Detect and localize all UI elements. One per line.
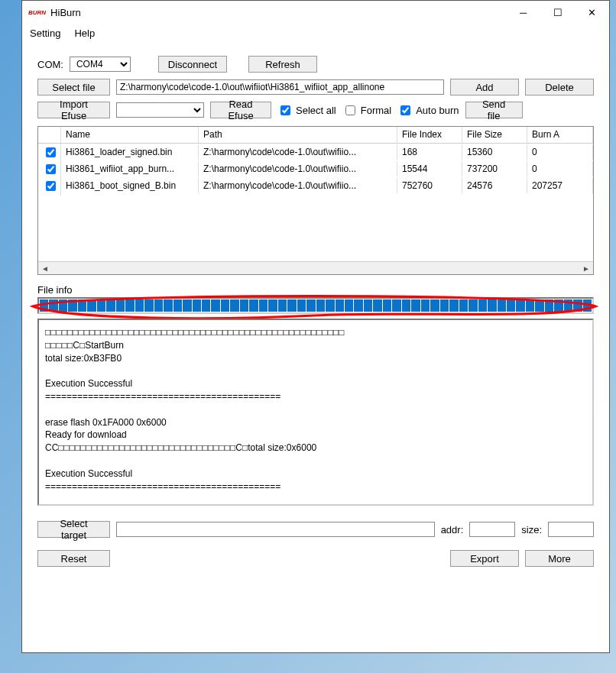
scroll-right-icon[interactable]: ► [579,264,593,273]
log-output[interactable]: □□□□□□□□□□□□□□□□□□□□□□□□□□□□□□□□□□□□□□□□… [37,319,594,506]
col-header-name[interactable]: Name [61,127,199,143]
col-header-burnaddr[interactable]: Burn A [527,127,593,143]
more-button[interactable]: More [525,550,594,567]
table-row[interactable]: Hi3861_wifiiot_app_burn...Z:\harmony\cod… [38,160,593,177]
maximize-button[interactable]: ☐ [540,2,575,23]
addr-label: addr: [441,524,464,535]
add-button[interactable]: Add [450,79,519,95]
cell-name: Hi3861_boot_signed_B.bin [61,178,199,193]
refresh-button[interactable]: Refresh [248,56,317,73]
titlebar: BURN HiBurn ─ ☐ ✕ [22,1,609,24]
delete-button[interactable]: Delete [525,79,594,95]
com-label: COM: [37,59,63,70]
com-select[interactable]: COM4 [70,57,131,72]
menubar: Setting Help [22,24,609,42]
formal-checkbox[interactable]: Formal [342,103,391,118]
cell-path: Z:\harmony\code\code-1.0\out\wifiio... [199,161,397,176]
efuse-path-select[interactable] [116,102,204,118]
file-table: Name Path File Index File Size Burn A Hi… [37,126,594,275]
file-info-label: File info [37,284,594,296]
row-checkbox[interactable] [46,181,56,191]
cell-index: 15544 [397,161,462,176]
row-checkbox[interactable] [46,147,56,157]
menu-setting[interactable]: Setting [30,28,60,39]
close-button[interactable]: ✕ [575,2,609,23]
col-header-path[interactable]: Path [199,127,397,143]
size-input[interactable] [548,522,594,537]
read-efuse-button[interactable]: Read Efuse [210,102,271,118]
desktop-background [0,0,23,673]
col-header-filesize[interactable]: File Size [462,127,527,143]
import-efuse-button[interactable]: Import Efuse [37,102,110,118]
reset-button[interactable]: Reset [37,550,110,567]
col-header-check[interactable] [38,127,61,143]
send-file-button[interactable]: Send file [465,102,523,118]
table-row[interactable]: Hi3861_loader_signed.binZ:\harmony\code\… [38,144,593,160]
app-logo: BURN [28,9,46,16]
progress-container [37,297,594,314]
col-header-fileindex[interactable]: File Index [397,127,462,143]
export-button[interactable]: Export [450,550,519,567]
cell-size: 15360 [462,144,527,160]
cell-path: Z:\harmony\code\code-1.0\out\wifiio... [199,144,397,160]
select-target-button[interactable]: Select target [37,521,110,538]
file-path-input[interactable] [116,79,444,95]
addr-input[interactable] [469,522,515,537]
auto-burn-checkbox[interactable]: Auto burn [397,103,459,118]
content-area: COM: COM4 Disconnect Refresh Select file… [22,42,609,652]
select-file-button[interactable]: Select file [37,79,110,95]
h-scrollbar[interactable]: ◄ ► [38,261,593,274]
cell-burn: 0 [527,161,593,176]
row-checkbox[interactable] [46,164,56,174]
select-all-input[interactable] [280,105,290,115]
progress-bar [37,297,594,314]
cell-name: Hi3861_wifiiot_app_burn... [61,161,199,176]
cell-size: 24576 [462,178,527,193]
cell-size: 737200 [462,161,527,176]
cell-index: 752760 [397,178,462,193]
window-title: HiBurn [50,7,506,18]
cell-name: Hi3861_loader_signed.bin [61,144,199,160]
cell-burn: 0 [527,144,593,160]
size-label: size: [521,524,542,535]
cell-burn: 207257 [527,178,593,193]
table-row[interactable]: Hi3861_boot_signed_B.binZ:\harmony\code\… [38,177,593,194]
target-input[interactable] [116,522,435,537]
menu-help[interactable]: Help [74,28,95,39]
disconnect-button[interactable]: Disconnect [158,56,227,73]
auto-burn-input[interactable] [400,105,410,115]
cell-index: 168 [397,144,462,160]
select-all-checkbox[interactable]: Select all [277,103,336,118]
formal-input[interactable] [345,105,355,115]
scroll-left-icon[interactable]: ◄ [38,264,52,273]
minimize-button[interactable]: ─ [506,2,540,23]
cell-path: Z:\harmony\code\code-1.0\out\wifiio... [199,178,397,193]
app-window: BURN HiBurn ─ ☐ ✕ Setting Help COM: COM4… [21,0,610,653]
